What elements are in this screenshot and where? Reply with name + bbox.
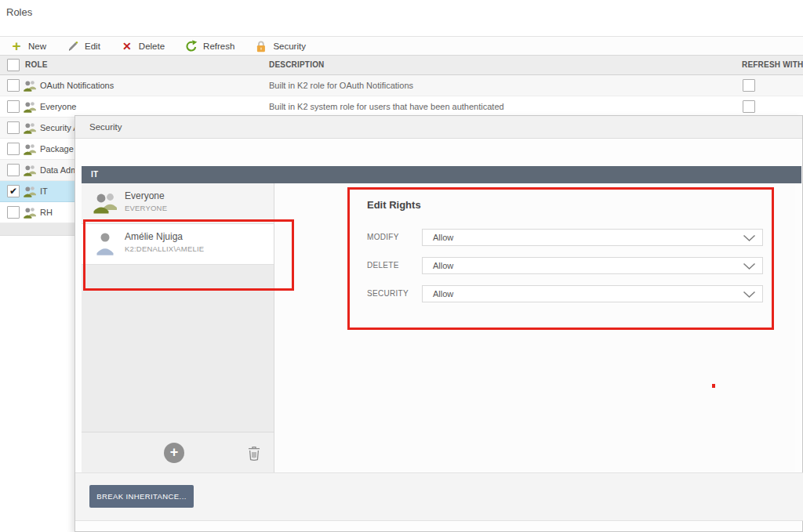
select-all-checkbox[interactable]: [7, 59, 20, 71]
role-group-icon: [23, 185, 37, 198]
role-name: RH: [40, 202, 53, 223]
role-group-icon: [23, 100, 37, 114]
role-name: Security A: [40, 118, 79, 138]
security-dialog: Security IT Everyone EVERYONE Amélie Nju…: [74, 115, 803, 532]
member-name: Everyone: [125, 190, 165, 201]
pencil-icon: [67, 40, 79, 52]
new-button[interactable]: + New: [10, 40, 46, 52]
role-header-bar: IT: [82, 166, 801, 183]
delete-value: Allow: [433, 258, 453, 273]
table-row[interactable]: OAuth Notifications Built in K2 role for…: [0, 75, 803, 96]
modify-value: Allow: [433, 230, 453, 245]
annotation-dot: [712, 384, 715, 388]
security-button-label: Security: [273, 42, 306, 51]
dialog-titlebar: Security: [75, 116, 802, 139]
add-member-button[interactable]: +: [164, 443, 184, 463]
column-refresh: REFRESH WITH W: [742, 56, 803, 74]
roles-toolbar: + New Edit ✕ Delete Refresh Security: [0, 36, 803, 55]
delete-label: DELETE: [367, 257, 416, 274]
delete-dropdown[interactable]: Allow: [422, 257, 763, 274]
role-description: Built in K2 role for OAuth Notifications: [269, 75, 413, 96]
row-checkbox-checked[interactable]: [7, 185, 20, 197]
lock-icon: [255, 40, 267, 52]
row-checkbox[interactable]: [7, 164, 20, 176]
page-title: Roles: [6, 6, 32, 18]
refresh-checkbox[interactable]: [743, 79, 755, 92]
refresh-button-label: Refresh: [203, 42, 234, 51]
role-name: OAuth Notifications: [40, 75, 114, 96]
row-checkbox[interactable]: [7, 206, 20, 219]
row-checkbox[interactable]: [7, 79, 20, 92]
security-dropdown[interactable]: Allow: [422, 285, 763, 302]
roles-management-screen: Roles + New Edit ✕ Delete Refresh Securi…: [0, 0, 803, 532]
role-description: Built in K2 system role for users that h…: [269, 96, 504, 117]
new-button-label: New: [28, 42, 46, 51]
member-list-panel: Everyone EVERYONE Amélie Njuiga K2:DENAL…: [82, 183, 274, 472]
modify-label: MODIFY: [367, 229, 416, 246]
edit-button[interactable]: Edit: [67, 40, 100, 52]
member-name: Amélie Njuiga: [125, 231, 183, 242]
member-panel-footer: +: [82, 432, 274, 472]
delete-member-button[interactable]: [247, 445, 261, 461]
delete-button-label: Delete: [139, 42, 165, 51]
role-group-icon: [23, 121, 37, 135]
refresh-icon: [185, 40, 198, 52]
person-icon: [92, 231, 118, 256]
member-item[interactable]: Everyone EVERYONE: [82, 183, 274, 224]
role-group-icon: [23, 143, 37, 156]
refresh-checkbox[interactable]: [743, 100, 755, 113]
table-row[interactable]: Everyone Built in K2 system role for use…: [0, 96, 803, 118]
role-name: Data Adm: [40, 160, 78, 180]
dialog-title: Security: [89, 116, 122, 138]
edit-rights-title: Edit Rights: [367, 199, 421, 211]
group-icon: [92, 190, 118, 215]
security-label: SECURITY: [367, 285, 416, 302]
role-group-icon: [23, 79, 37, 92]
row-checkbox[interactable]: [7, 121, 20, 134]
rights-area: [274, 183, 795, 472]
role-header-label: IT: [91, 166, 99, 183]
chevron-down-icon: [743, 291, 756, 299]
modify-dropdown[interactable]: Allow: [422, 229, 763, 246]
break-inheritance-button[interactable]: BREAK INHERITANCE...: [89, 485, 194, 508]
chevron-down-icon: [743, 234, 756, 242]
refresh-button[interactable]: Refresh: [185, 40, 234, 52]
edit-button-label: Edit: [85, 42, 100, 51]
row-checkbox[interactable]: [7, 100, 20, 113]
table-header: ROLE DESCRIPTION REFRESH WITH W: [0, 55, 803, 75]
role-name: IT: [40, 181, 48, 201]
plus-icon: +: [10, 40, 23, 52]
security-value: Allow: [433, 286, 453, 302]
delete-button[interactable]: ✕ Delete: [121, 40, 165, 52]
member-identity: K2:DENALLIX\AMELIE: [125, 244, 204, 253]
member-identity: EVERYONE: [125, 204, 167, 212]
role-name: Everyone: [40, 96, 76, 117]
column-description: DESCRIPTION: [269, 56, 325, 74]
x-icon: ✕: [121, 40, 133, 52]
chevron-down-icon: [743, 262, 756, 270]
security-button[interactable]: Security: [255, 40, 306, 52]
member-item-selected[interactable]: Amélie Njuiga K2:DENALLIX\AMELIE: [82, 224, 274, 265]
column-role: ROLE: [25, 56, 48, 74]
role-group-icon: [23, 206, 37, 219]
row-checkbox[interactable]: [7, 143, 20, 155]
role-group-icon: [23, 164, 37, 177]
